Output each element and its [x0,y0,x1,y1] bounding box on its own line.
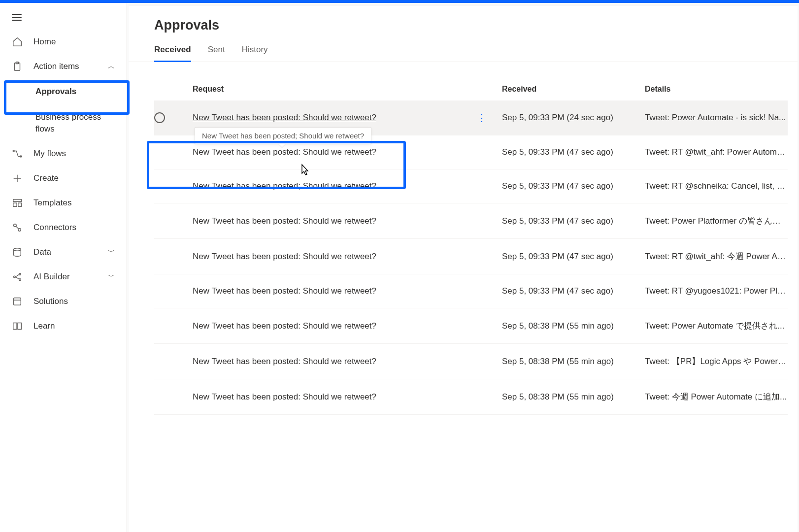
sidebar-item-label: AI Builder [33,272,70,282]
sidebar-item-label: Data [33,247,51,257]
row-details: Tweet: 今週 Power Automate に追加... [645,391,788,402]
page-title: Approvals [129,18,798,33]
sidebar-item-action-items[interactable]: Action items︿ [0,54,127,79]
row-received: Sep 5, 09:33 PM (47 sec ago) [502,181,645,191]
approval-request-link[interactable]: New Tweet has been posted: Should we ret… [193,113,376,122]
row-received: Sep 5, 09:33 PM (47 sec ago) [502,286,645,296]
sidebar: HomeAction items︿ApprovalsBusiness proce… [0,3,127,532]
approval-request-link[interactable]: New Tweet has been posted: Should we ret… [193,321,376,331]
clipboard-icon [12,61,23,72]
home-icon [12,36,23,47]
table-row[interactable]: New Tweet has been posted; Should we ret… [154,169,788,203]
column-received[interactable]: Received [502,85,645,94]
sidebar-item-ai-builder[interactable]: AI Builder﹀ [0,265,127,289]
approval-request-link[interactable]: New Tweet has been posted: Should we ret… [193,392,376,401]
row-details: Tweet: RT @yugoes1021: Power Platf... [645,286,788,296]
sidebar-item-label: Templates [33,198,71,208]
sidebar-subitem-approvals[interactable]: Approvals [0,79,127,104]
sidebar-item-create[interactable]: Create [0,166,127,191]
flows-icon [12,148,23,159]
sidebar-item-my-flows[interactable]: My flows [0,141,127,166]
approval-request-link[interactable]: New Tweet has been posted: Should we ret… [193,216,376,226]
row-tooltip: New Tweet has been posted; Should we ret… [195,127,371,144]
svg-rect-5 [13,203,17,206]
table-row[interactable]: New Tweet has been posted: Should we ret… [154,203,788,239]
chevron-down-icon: ﹀ [108,272,115,281]
row-select-radio[interactable] [154,112,165,123]
sidebar-item-label: Action items [33,62,79,71]
table-row[interactable]: New Tweet has been posted: Should we ret… [154,239,788,274]
sidebar-item-learn[interactable]: Learn [0,314,127,338]
content-area: Approvals ReceivedSentHistory Request Re… [127,3,799,532]
chevron-down-icon: ﹀ [108,248,115,257]
hamburger-icon [12,14,22,21]
table-row[interactable]: New Tweet has been posted: Should we ret… [154,274,788,308]
tab-received[interactable]: Received [154,45,191,62]
approval-request-link[interactable]: New Tweet has been posted: Should we ret… [193,252,376,261]
table-row[interactable]: New Tweet has been posted: Should we ret… [154,379,788,415]
approval-request-link[interactable]: New Tweet has been posted; Should we ret… [193,181,376,191]
hamburger-button[interactable] [0,9,127,30]
data-icon [12,247,23,258]
row-received: Sep 5, 08:38 PM (55 min ago) [502,357,645,366]
table-header: Request Received Details [154,62,788,100]
tab-sent[interactable]: Sent [208,45,225,62]
sidebar-item-home[interactable]: Home [0,30,127,54]
tabs: ReceivedSentHistory [129,45,798,62]
sidebar-item-label: Create [33,173,59,183]
ai-builder-icon [12,271,23,282]
row-details: Tweet: Power Automate - is sick! Na... [645,113,788,123]
sidebar-item-templates[interactable]: Templates [0,191,127,215]
sidebar-item-connectors[interactable]: Connectors [0,215,127,240]
row-details: Tweet: Power Automate で提供され... [645,320,788,332]
sidebar-item-label: Connectors [33,223,76,233]
svg-point-12 [19,279,21,281]
row-received: Sep 5, 08:38 PM (55 min ago) [502,321,645,331]
row-details: Tweet: Power Platformer の皆さん、 ... [645,215,788,227]
table-row[interactable]: New Tweet has been posted: Should we ret… [154,344,788,379]
sidebar-item-solutions[interactable]: Solutions [0,289,127,314]
connectors-icon [12,222,23,233]
templates-icon [12,198,23,208]
row-received: Sep 5, 09:33 PM (47 sec ago) [502,147,645,157]
learn-icon [12,321,23,332]
svg-rect-13 [14,298,21,305]
row-details: Tweet: RT @schneika: Cancel, list, rea..… [645,181,788,191]
svg-point-3 [20,156,22,157]
approval-request-link[interactable]: New Tweet has been posted: Should we ret… [193,286,376,296]
plus-icon [12,173,23,184]
column-details[interactable]: Details [645,85,788,94]
column-request[interactable]: Request [193,85,502,94]
sidebar-item-label: My flows [33,149,66,159]
svg-point-10 [14,276,16,278]
row-received: Sep 5, 09:33 PM (47 sec ago) [502,252,645,262]
svg-point-11 [19,273,21,275]
row-details: Tweet: 【PR】Logic Apps や Power A... [645,356,788,367]
row-more-icon[interactable]: ⋮ [476,112,487,124]
row-details: Tweet: RT @twit_ahf: Power Automat... [645,147,788,157]
sidebar-item-data[interactable]: Data﹀ [0,240,127,265]
approval-request-link[interactable]: New Tweet has been posted: Should we ret… [193,357,376,366]
sidebar-item-label: Solutions [33,297,68,306]
approval-request-link[interactable]: New Tweet has been posted: Should we ret… [193,147,376,157]
svg-rect-4 [13,200,22,202]
svg-point-9 [14,248,21,251]
row-received: Sep 5, 08:38 PM (55 min ago) [502,392,645,402]
table-row[interactable]: New Tweet has been posted: Should we ret… [154,308,788,344]
sidebar-subitem-business-process-flows[interactable]: Business process flows [0,104,127,142]
approvals-table: Request Received Details New Tweet has b… [129,62,798,415]
row-received: Sep 5, 09:33 PM (47 sec ago) [502,216,645,226]
svg-rect-6 [18,203,21,206]
solutions-icon [12,296,23,307]
sidebar-item-label: Learn [33,321,55,331]
tab-history[interactable]: History [242,45,268,62]
sidebar-item-label: Home [33,37,56,47]
chevron-up-icon: ︿ [108,62,115,71]
row-details: Tweet: RT @twit_ahf: 今週 Power Aut... [645,251,788,262]
row-received: Sep 5, 09:33 PM (24 sec ago) [502,113,645,123]
